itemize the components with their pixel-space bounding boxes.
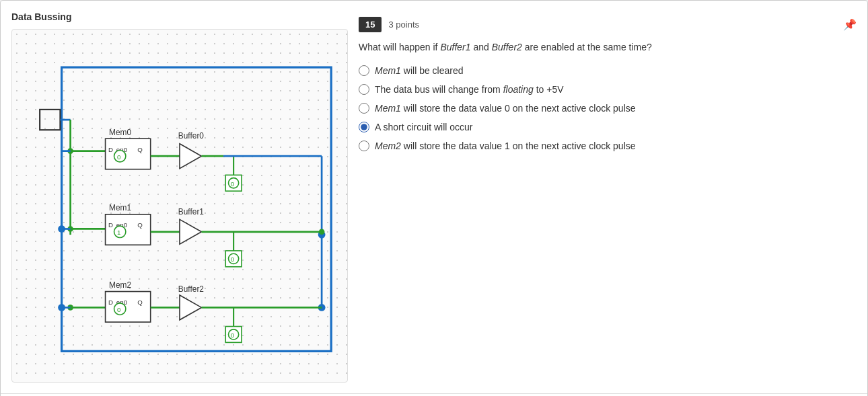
- radio-4[interactable]: [359, 122, 369, 132]
- left-panel: Data Bussing: [11, 11, 348, 383]
- svg-text:Buffer1: Buffer1: [178, 207, 205, 216]
- circuit-diagram: Mem0 D en0 Q 0 Buffer0 0: [11, 29, 348, 383]
- svg-text:Q: Q: [137, 146, 143, 153]
- svg-text:D: D: [108, 299, 113, 306]
- right-panel: 15 3 points 📌 What will happen if Buffer…: [359, 11, 857, 383]
- svg-rect-30: [106, 214, 151, 245]
- question-text: What will happen if Buffer1 and Buffer2 …: [359, 40, 857, 54]
- svg-text:0: 0: [117, 306, 121, 313]
- svg-point-64: [58, 225, 65, 233]
- radio-3[interactable]: [359, 103, 369, 114]
- svg-text:D: D: [108, 221, 113, 229]
- option-2-label: The data bus will change from floating t…: [375, 84, 564, 95]
- question-header: 15 3 points 📌: [359, 17, 857, 32]
- panel-title: Data Bussing: [11, 11, 348, 22]
- bottom-bar: Previous Next: [1, 393, 867, 396]
- question-points: 3 points: [388, 19, 843, 30]
- content-area: Data Bussing: [1, 1, 867, 393]
- svg-text:0: 0: [231, 255, 235, 263]
- svg-text:1: 1: [117, 229, 120, 236]
- svg-rect-10: [106, 138, 151, 169]
- svg-text:Mem2: Mem2: [109, 280, 131, 290]
- svg-text:0: 0: [231, 331, 235, 339]
- svg-text:Mem1: Mem1: [109, 203, 131, 212]
- svg-text:Q: Q: [137, 221, 143, 229]
- option-4[interactable]: A short circuit will occur: [359, 122, 857, 132]
- option-5-label: Mem2 will store the data value 1 on the …: [375, 141, 636, 151]
- option-1[interactable]: Mem1 will be cleared: [359, 65, 857, 76]
- radio-1[interactable]: [359, 65, 369, 76]
- svg-rect-46: [106, 292, 151, 322]
- svg-text:0: 0: [117, 153, 121, 161]
- option-5[interactable]: Mem2 will store the data value 1 on the …: [359, 141, 857, 151]
- option-2[interactable]: The data bus will change from floating t…: [359, 84, 857, 95]
- option-4-label: A short circuit will occur: [375, 122, 472, 132]
- svg-marker-38: [180, 219, 201, 244]
- svg-point-45: [319, 229, 325, 235]
- svg-text:Mem0: Mem0: [109, 128, 131, 137]
- option-3-label: Mem1 will store the data value 0 on the …: [375, 103, 636, 114]
- svg-marker-18: [180, 144, 201, 169]
- svg-text:Buffer2: Buffer2: [178, 284, 205, 294]
- radio-5[interactable]: [359, 141, 369, 151]
- svg-text:D: D: [108, 146, 113, 153]
- svg-point-65: [58, 304, 65, 311]
- svg-text:Buffer0: Buffer0: [178, 131, 205, 141]
- circuit-svg: Mem0 D en0 Q 0 Buffer0 0: [12, 30, 347, 382]
- question-number: 15: [359, 17, 382, 32]
- main-card: Data Bussing: [0, 0, 868, 396]
- option-3[interactable]: Mem1 will store the data value 0 on the …: [359, 103, 857, 114]
- options-list: Mem1 will be cleared The data bus will c…: [359, 65, 857, 151]
- pin-icon[interactable]: 📌: [843, 18, 857, 31]
- option-1-label: Mem1 will be cleared: [375, 65, 464, 76]
- svg-marker-54: [180, 295, 201, 320]
- svg-text:0: 0: [231, 180, 235, 188]
- svg-rect-1: [40, 110, 60, 130]
- radio-2[interactable]: [359, 84, 369, 95]
- svg-text:Q: Q: [137, 299, 143, 306]
